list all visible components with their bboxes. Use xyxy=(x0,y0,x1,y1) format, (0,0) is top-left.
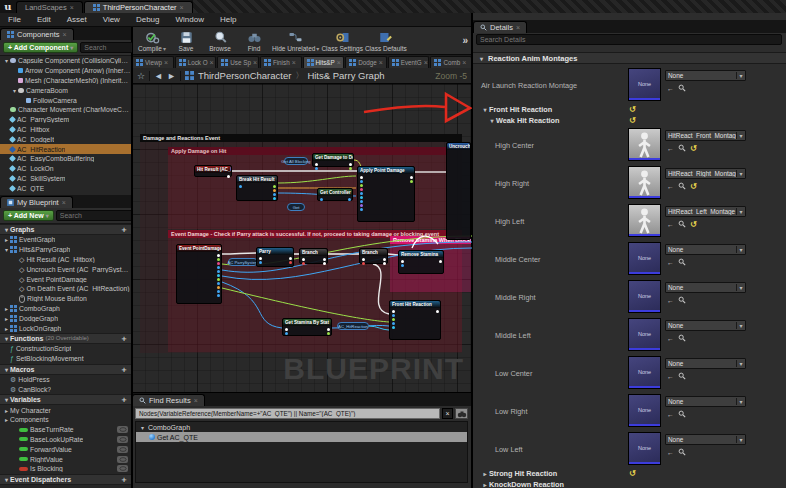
find-result-row[interactable]: Get AC_QTE xyxy=(136,432,467,442)
use-selected-asset-icon[interactable]: ← xyxy=(667,411,674,418)
components-tree-item[interactable]: Mesh (CharacterMesh0) (Inherited) xyxy=(0,76,131,86)
expander-icon[interactable]: ▾ xyxy=(3,246,10,253)
find-query-input[interactable] xyxy=(135,408,440,419)
section-header-event-dispatchers[interactable]: ▾Event Dispatchers＋ xyxy=(0,474,131,485)
reset-to-default-icon[interactable]: ↺ xyxy=(690,221,697,228)
components-tree-item[interactable]: ▾Capsule Component (CollisionCylinder) (… xyxy=(0,56,131,66)
my-blueprint-item[interactable]: BaseTurnRate xyxy=(0,425,131,435)
graph-tab-finish[interactable]: Finish× xyxy=(260,56,302,68)
compile-button[interactable]: Compile▾ xyxy=(136,27,168,54)
asset-thumbnail[interactable]: None xyxy=(628,68,661,101)
reset-to-default-icon[interactable]: ↺ xyxy=(690,145,697,152)
add-new-button[interactable]: + Add New ▾ xyxy=(3,210,54,221)
use-selected-asset-icon[interactable]: ← xyxy=(667,183,674,190)
browse-to-asset-icon[interactable] xyxy=(678,182,686,190)
graph-tab-usesp[interactable]: Use Sp× xyxy=(217,56,259,68)
components-tree-item[interactable]: AC_QTE xyxy=(0,183,131,193)
reset-to-default-icon[interactable]: ↺ xyxy=(629,116,636,125)
use-selected-asset-icon[interactable]: ← xyxy=(667,259,674,266)
tab-my-blueprint[interactable]: My Blueprint × xyxy=(0,196,73,208)
components-tree-item[interactable]: ▾CameraBoom xyxy=(0,85,131,95)
class-settings-button[interactable]: Class Settings xyxy=(321,27,363,54)
use-selected-asset-icon[interactable]: ← xyxy=(667,297,674,304)
close-icon[interactable]: × xyxy=(292,59,296,66)
menu-file[interactable]: File xyxy=(0,13,29,26)
chevron-down-icon[interactable]: ▾ xyxy=(163,45,166,52)
section-header-macros[interactable]: ▾Macros＋ xyxy=(0,364,131,375)
window-tab-thirdpersoncharacter[interactable]: ThirdPersonCharacter× xyxy=(84,1,193,13)
components-tree-item[interactable]: AC_DodgeIt xyxy=(0,134,131,144)
my-blueprint-item[interactable]: ▸Components xyxy=(0,415,131,425)
details-category-header[interactable]: ▾ Reaction Anim Montages xyxy=(473,52,786,64)
details-group-front-hit-reaction[interactable]: ▾Front Hit Reaction↺ xyxy=(473,104,786,115)
menu-debug[interactable]: Debug xyxy=(128,13,168,26)
blueprint-graph-canvas[interactable]: BLUEPRINT Damage and Reactions EventAppl… xyxy=(132,84,472,392)
details-group-knockdown-reaction[interactable]: ▸KnockDown Reaction xyxy=(473,479,786,488)
components-tree-item[interactable]: AC_ParrySystem xyxy=(0,115,131,125)
graph-tab-hitsp[interactable]: Hits&P× xyxy=(303,56,345,68)
browse-to-asset-icon[interactable] xyxy=(678,220,686,228)
components-tree-item[interactable]: Arrow Component (Arrow) (Inherited) xyxy=(0,66,131,76)
menu-help[interactable]: Help xyxy=(212,13,244,26)
expander-icon[interactable]: ▾ xyxy=(481,106,489,113)
my-blueprint-item[interactable]: ▾Hits&ParryGraph xyxy=(0,245,131,255)
expander-icon[interactable]: ▸ xyxy=(3,305,10,312)
close-icon[interactable]: × xyxy=(63,31,67,38)
asset-dropdown[interactable]: HitReact_Right_Montage▾ xyxy=(665,168,746,179)
my-blueprint-item[interactable]: ▸My Character xyxy=(0,405,131,415)
favorite-star-icon[interactable]: ☆ xyxy=(137,71,145,81)
my-blueprint-item[interactable]: Right Mouse Button xyxy=(0,294,131,304)
expander-icon[interactable]: ▸ xyxy=(3,407,10,414)
menu-edit[interactable]: Edit xyxy=(29,13,59,26)
close-icon[interactable]: × xyxy=(424,59,428,66)
asset-thumbnail[interactable]: None xyxy=(628,356,661,389)
asset-dropdown[interactable]: None▾ xyxy=(665,434,746,445)
browse-to-asset-icon[interactable] xyxy=(678,334,686,342)
use-selected-asset-icon[interactable]: ← xyxy=(667,373,674,380)
asset-dropdown[interactable]: HitReact_Left_Montage▾ xyxy=(665,206,746,217)
close-icon[interactable]: × xyxy=(180,4,184,11)
expander-icon[interactable]: ▸ xyxy=(3,325,10,332)
chevron-down-icon[interactable]: ▾ xyxy=(316,45,319,52)
components-tree-item[interactable]: Character Movement (CharMoveComp) (I xyxy=(0,105,131,115)
expander-icon[interactable]: ▾ xyxy=(488,117,496,124)
close-icon[interactable]: × xyxy=(253,59,257,66)
asset-thumbnail[interactable]: None xyxy=(628,432,661,465)
my-blueprint-item[interactable]: Is Blocking xyxy=(0,464,131,474)
browse-to-asset-icon[interactable] xyxy=(678,84,686,92)
add-icon[interactable]: ＋ xyxy=(120,333,128,344)
clear-search-icon[interactable]: × xyxy=(442,408,453,419)
close-icon[interactable]: × xyxy=(164,59,168,66)
my-blueprint-item[interactable]: ◇On Death Event (AC_HitReaction) xyxy=(0,284,131,294)
components-tree-item[interactable]: AC_LockOn xyxy=(0,164,131,174)
asset-dropdown[interactable]: None▾ xyxy=(665,396,746,407)
my-blueprint-item[interactable]: ⚙HoldPress xyxy=(0,375,131,385)
browse-to-asset-icon[interactable] xyxy=(678,448,686,456)
asset-thumbnail[interactable]: None xyxy=(628,242,661,275)
asset-thumbnail[interactable] xyxy=(628,204,661,237)
nav-back-icon[interactable]: ◄ xyxy=(154,71,163,81)
add-icon[interactable]: ＋ xyxy=(120,224,128,235)
expander-icon[interactable]: ▾ xyxy=(11,87,18,94)
my-blueprint-item[interactable]: ƒSetBlockingMovement xyxy=(0,354,131,364)
use-selected-asset-icon[interactable]: ← xyxy=(667,449,674,456)
asset-dropdown[interactable]: None▾ xyxy=(665,244,746,255)
my-blueprint-item[interactable]: ▸EventGraph xyxy=(0,235,131,245)
close-icon[interactable]: × xyxy=(62,199,66,206)
my-blueprint-item[interactable]: ⚙CanBlock? xyxy=(0,384,131,394)
components-tree-item[interactable]: AC_SkillSystem xyxy=(0,174,131,184)
use-selected-asset-icon[interactable]: ← xyxy=(667,85,674,92)
components-tree-item[interactable]: AC_Hitbox xyxy=(0,125,131,135)
my-blueprint-item[interactable]: ▸ComboGraph xyxy=(0,304,131,314)
components-tree-item[interactable]: AC_HitReaction xyxy=(0,144,131,154)
my-blueprint-item[interactable]: ◇Event PointDamage xyxy=(0,274,131,284)
asset-dropdown[interactable]: None▾ xyxy=(665,70,746,81)
browse-to-asset-icon[interactable] xyxy=(678,258,686,266)
expander-icon[interactable]: ▸ xyxy=(481,481,489,488)
asset-dropdown[interactable]: None▾ xyxy=(665,282,746,293)
my-blueprint-item[interactable]: ◇Uncrouch Event (AC_ParrySystem) xyxy=(0,264,131,274)
close-icon[interactable]: × xyxy=(462,59,466,66)
reset-to-default-icon[interactable]: ↺ xyxy=(690,183,697,190)
menu-asset[interactable]: Asset xyxy=(59,13,95,26)
class-defaults-button[interactable]: Class Defaults xyxy=(365,27,407,54)
